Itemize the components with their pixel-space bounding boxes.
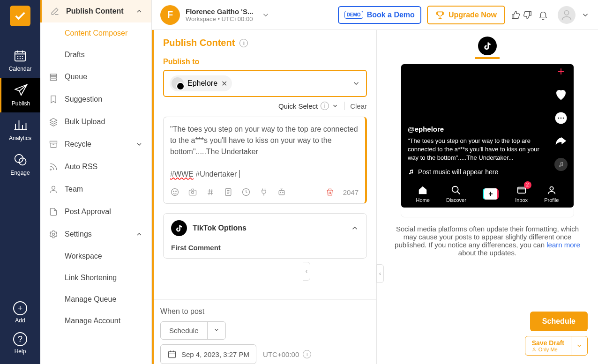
- nav-analytics-label: Analytics: [9, 135, 31, 141]
- app-logo[interactable]: [10, 6, 30, 26]
- sidebar-drafts[interactable]: Drafts: [40, 44, 151, 66]
- music-note-icon: [408, 169, 414, 175]
- collapse-sidebar-handle[interactable]: ‹: [303, 262, 310, 281]
- save-draft-button[interactable]: Save Draft Only Me: [525, 336, 588, 356]
- book-demo-button[interactable]: DEMO Book a Demo: [338, 6, 421, 24]
- account-avatar-icon: [172, 77, 184, 89]
- chevron-down-icon: [207, 322, 225, 339]
- info-icon[interactable]: i: [239, 39, 248, 47]
- sidebar-label: Content Composer: [65, 29, 127, 37]
- svg-point-24: [561, 118, 562, 119]
- chevron-down-icon[interactable]: [571, 336, 587, 355]
- nav-calendar[interactable]: Calendar: [0, 43, 40, 78]
- sidebar-publish-content[interactable]: Publish Content: [40, 0, 151, 22]
- document-icon[interactable]: [224, 187, 233, 197]
- sidebar-label: Manage Account: [65, 317, 120, 325]
- workspace-avatar[interactable]: F: [160, 5, 180, 25]
- thumbs-down-icon[interactable]: [522, 10, 532, 20]
- preview-nav-home: Home: [416, 185, 430, 203]
- hashtag-icon[interactable]: [206, 187, 215, 197]
- info-icon[interactable]: i: [303, 350, 311, 358]
- svg-rect-27: [517, 187, 525, 193]
- post-text-input[interactable]: "The toes you step on your way to the to…: [170, 124, 359, 180]
- sidebar-label: Post Approval: [65, 208, 111, 216]
- schedule-mode-select[interactable]: Schedule: [160, 321, 226, 340]
- tiktok-preview-tab[interactable]: [478, 37, 497, 55]
- svg-point-10: [564, 10, 568, 15]
- bell-icon[interactable]: [538, 10, 548, 20]
- workspace-name: Florence Gaitho 'S...: [186, 7, 253, 15]
- emoji-icon[interactable]: [170, 187, 179, 197]
- svg-point-19: [280, 192, 281, 193]
- gear-icon: [49, 230, 58, 239]
- clock-icon[interactable]: [241, 187, 251, 197]
- sidebar-suggestion[interactable]: Suggestion: [40, 88, 151, 111]
- engage-icon: [13, 153, 27, 167]
- chevron-down-icon[interactable]: [262, 11, 270, 19]
- preview-caption: "The toes you step on your way to the to…: [408, 137, 567, 163]
- workspace-subtitle: Workspace • UTC+00:00: [186, 15, 253, 22]
- quick-select-button[interactable]: Quick Select i: [278, 102, 338, 110]
- account-chip: Ephelore ✕: [170, 75, 232, 91]
- chevron-up-icon[interactable]: [351, 224, 359, 232]
- nav-engage-label: Engage: [10, 170, 30, 176]
- sidebar-post-approval[interactable]: Post Approval: [40, 201, 151, 223]
- nav-analytics[interactable]: Analytics: [0, 112, 40, 147]
- upgrade-button[interactable]: Upgrade Now: [427, 6, 505, 24]
- chevron-down-icon[interactable]: [352, 79, 360, 88]
- calendar-icon: [167, 349, 177, 359]
- info-icon[interactable]: i: [321, 102, 329, 110]
- workspace-info[interactable]: Florence Gaitho 'S... Workspace • UTC+00…: [186, 7, 253, 22]
- sidebar-label: Workspace: [65, 252, 102, 260]
- publish-icon: [14, 83, 28, 97]
- person-icon: [560, 8, 573, 22]
- chevron-down-icon[interactable]: [581, 11, 590, 19]
- sidebar-bulk-upload[interactable]: Bulk Upload: [40, 111, 151, 133]
- publish-to-select[interactable]: Ephelore ✕: [163, 70, 367, 97]
- sidebar-queue[interactable]: Queue: [40, 66, 151, 88]
- schedule-button[interactable]: Schedule: [530, 312, 588, 331]
- search-icon: [451, 185, 461, 195]
- camera-icon[interactable]: [188, 187, 197, 197]
- svg-point-26: [452, 186, 458, 192]
- plug-icon[interactable]: [259, 187, 269, 197]
- robot-icon[interactable]: [277, 187, 286, 197]
- date-picker[interactable]: Sep 4, 2023, 3:27 PM: [160, 344, 256, 364]
- trash-icon[interactable]: [325, 187, 335, 197]
- nav-engage[interactable]: Engage: [0, 147, 40, 182]
- clear-button[interactable]: Clear: [350, 102, 367, 110]
- post-composer[interactable]: "The toes you step on your way to the to…: [163, 117, 367, 204]
- sidebar-label: Drafts: [65, 51, 85, 59]
- preview-nav-profile: Profile: [544, 185, 559, 203]
- user-avatar[interactable]: [558, 6, 576, 24]
- analytics-icon: [13, 118, 27, 132]
- chevron-down-icon: [135, 141, 143, 148]
- sidebar-settings[interactable]: Settings: [40, 223, 151, 245]
- sidebar-manage-queue[interactable]: Manage Queue: [40, 289, 151, 310]
- queue-icon: [49, 72, 58, 82]
- only-me-label: Only Me: [538, 347, 558, 352]
- tiktok-options-panel: TikTok Options First Comment: [163, 213, 367, 259]
- svg-point-13: [176, 191, 177, 192]
- sidebar-label: Queue: [65, 73, 87, 81]
- page-title: Publish Content: [163, 37, 235, 48]
- sidebar-workspace[interactable]: Workspace: [40, 245, 151, 267]
- thumbs-up-icon[interactable]: [511, 10, 521, 20]
- svg-point-15: [192, 191, 194, 193]
- sidebar-link-shortening[interactable]: Link Shortening: [40, 267, 151, 289]
- tiktok-options-header[interactable]: TikTok Options: [171, 220, 359, 236]
- sidebar-team[interactable]: Team: [40, 178, 151, 201]
- nav-add[interactable]: + Add: [13, 301, 27, 324]
- remove-account-icon[interactable]: ✕: [221, 79, 227, 88]
- nav-publish[interactable]: Publish: [0, 78, 40, 112]
- preview-nav-inbox: Inbox: [515, 185, 528, 203]
- sidebar-content-composer[interactable]: Content Composer: [40, 22, 151, 44]
- sidebar-manage-account[interactable]: Manage Account: [40, 310, 151, 332]
- nav-help[interactable]: ? Help: [13, 332, 27, 355]
- sidebar-auto-rss[interactable]: Auto RSS: [40, 156, 151, 178]
- sidebar-label: Settings: [65, 230, 92, 238]
- collapse-preview-handle[interactable]: ‹: [376, 264, 384, 283]
- svg-point-20: [283, 192, 284, 193]
- learn-more-link[interactable]: learn more: [546, 241, 580, 249]
- sidebar-recycle[interactable]: Recycle: [40, 133, 151, 156]
